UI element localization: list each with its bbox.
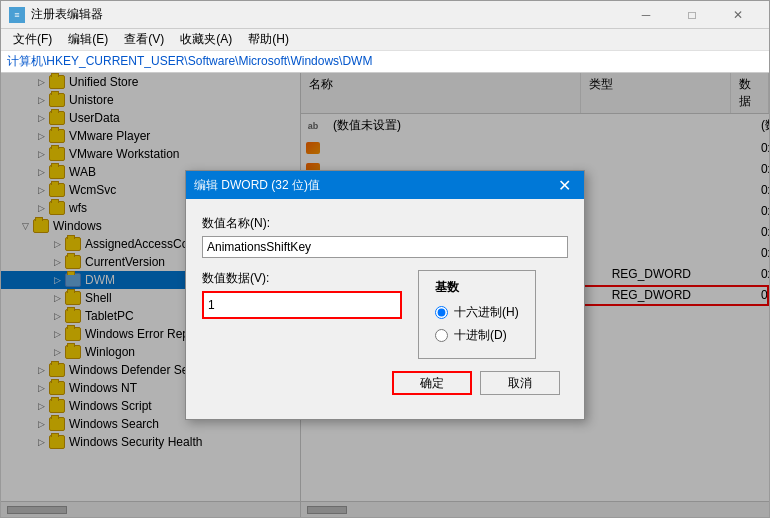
address-bar: 计算机\HKEY_CURRENT_USER\Software\Microsoft…	[1, 51, 769, 73]
menu-view[interactable]: 查看(V)	[116, 29, 172, 50]
menu-help[interactable]: 帮助(H)	[240, 29, 297, 50]
value-data-section: 数值数据(V):	[202, 270, 402, 319]
address-text: 计算机\HKEY_CURRENT_USER\Software\Microsoft…	[7, 53, 372, 70]
dialog-title-bar: 编辑 DWORD (32 位)值 ✕	[186, 171, 584, 199]
dec-radio-input[interactable]	[435, 329, 448, 342]
window-title: 注册表编辑器	[31, 6, 623, 23]
value-data-input[interactable]	[202, 291, 402, 319]
title-bar: ≡ 注册表编辑器 ─ □ ✕	[1, 1, 769, 29]
dialog-body: 数值名称(N): 数值数据(V): 基数 十六进制(H)	[186, 199, 584, 419]
menu-edit[interactable]: 编辑(E)	[60, 29, 116, 50]
registry-editor-window: ≡ 注册表编辑器 ─ □ ✕ 文件(F) 编辑(E) 查看(V) 收藏夹(A) …	[0, 0, 770, 518]
maximize-button[interactable]: □	[669, 1, 715, 29]
dialog-overlay: 编辑 DWORD (32 位)值 ✕ 数值名称(N): 数值数据(V): 基	[1, 73, 769, 517]
hex-radio[interactable]: 十六进制(H)	[435, 304, 519, 321]
window-controls: ─ □ ✕	[623, 1, 761, 29]
main-content: ▷ Unified Store ▷ Unistore ▷ UserData	[1, 73, 769, 517]
dialog-buttons: 确定 取消	[202, 371, 568, 403]
base-radio-group: 基数 十六进制(H) 十进制(D)	[418, 270, 536, 359]
dialog-data-row: 数值数据(V): 基数 十六进制(H) 十进制(D)	[202, 270, 568, 359]
dialog-close-button[interactable]: ✕	[552, 173, 576, 197]
dec-radio[interactable]: 十进制(D)	[435, 327, 519, 344]
dec-radio-label: 十进制(D)	[454, 327, 507, 344]
app-icon: ≡	[9, 7, 25, 23]
menu-favorites[interactable]: 收藏夹(A)	[172, 29, 240, 50]
confirm-button[interactable]: 确定	[392, 371, 472, 395]
edit-dword-dialog: 编辑 DWORD (32 位)值 ✕ 数值名称(N): 数值数据(V): 基	[185, 170, 585, 420]
hex-radio-input[interactable]	[435, 306, 448, 319]
minimize-button[interactable]: ─	[623, 1, 669, 29]
menu-bar: 文件(F) 编辑(E) 查看(V) 收藏夹(A) 帮助(H)	[1, 29, 769, 51]
close-button[interactable]: ✕	[715, 1, 761, 29]
hex-radio-label: 十六进制(H)	[454, 304, 519, 321]
cancel-button[interactable]: 取消	[480, 371, 560, 395]
value-name-input[interactable]	[202, 236, 568, 258]
value-data-label: 数值数据(V):	[202, 270, 402, 287]
menu-file[interactable]: 文件(F)	[5, 29, 60, 50]
dialog-title: 编辑 DWORD (32 位)值	[194, 177, 552, 194]
base-label: 基数	[435, 279, 519, 296]
value-name-label: 数值名称(N):	[202, 215, 568, 232]
